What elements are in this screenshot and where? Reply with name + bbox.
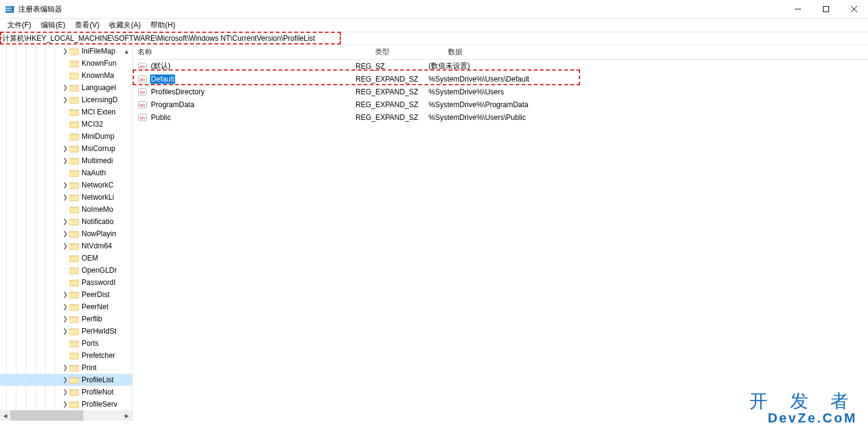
chevron-right-icon[interactable]: ❯ bbox=[61, 389, 69, 395]
chevron-right-icon[interactable]: ❯ bbox=[61, 219, 69, 225]
tree-item-label: Print bbox=[82, 363, 97, 372]
svg-rect-3 bbox=[12, 6, 14, 13]
tree-item[interactable]: ❯LanguageI bbox=[0, 82, 132, 94]
menu-item[interactable]: 收藏夹(A) bbox=[104, 19, 145, 32]
chevron-right-icon[interactable]: ❯ bbox=[61, 304, 69, 310]
maximize-button[interactable] bbox=[812, 0, 840, 18]
list-row[interactable]: abDefaultREG_EXPAND_SZ%SystemDrive%\User… bbox=[133, 72, 868, 85]
list-row[interactable]: abPublicREG_EXPAND_SZ%SystemDrive%\Users… bbox=[133, 111, 868, 124]
chevron-right-icon[interactable]: ❯ bbox=[61, 328, 69, 334]
chevron-right-icon[interactable]: ❯ bbox=[61, 48, 69, 54]
tree-item[interactable]: MCI32 bbox=[0, 118, 132, 130]
tree-item[interactable]: ❯NetworkC bbox=[0, 179, 132, 191]
tree-item[interactable]: KnownMa bbox=[0, 69, 132, 82]
list-header[interactable]: 名称 类型 数据 bbox=[133, 45, 868, 60]
menu-item[interactable]: 帮助(H) bbox=[145, 19, 180, 32]
folder-icon bbox=[69, 71, 79, 80]
chevron-right-icon[interactable]: ❯ bbox=[61, 365, 69, 371]
chevron-right-icon[interactable]: ❯ bbox=[61, 231, 69, 237]
menu-item[interactable]: 文件(F) bbox=[2, 19, 36, 32]
value-name: Default bbox=[150, 74, 175, 84]
chevron-right-icon[interactable]: ❯ bbox=[61, 182, 69, 188]
scroll-right-icon[interactable]: ▶ bbox=[122, 410, 132, 421]
tree-item[interactable]: ❯NowPlayin bbox=[0, 228, 132, 240]
list-row[interactable]: abProfilesDirectoryREG_EXPAND_SZ%SystemD… bbox=[133, 85, 868, 98]
minimize-button[interactable] bbox=[784, 0, 812, 18]
tree-item-label: ProfileNot bbox=[82, 388, 114, 396]
svg-text:ab: ab bbox=[140, 77, 145, 82]
main-split: ❯IniFileMap▲KnownFunKnownMa❯LanguageI❯Li… bbox=[0, 45, 868, 421]
tree-item[interactable]: OEM bbox=[0, 252, 132, 264]
tree-item[interactable]: MCI Exten bbox=[0, 106, 132, 118]
tree-item[interactable]: KnownFun bbox=[0, 57, 132, 69]
tree-item[interactable]: ❯NetworkLi bbox=[0, 191, 132, 203]
value-data: %SystemDrive%\ProgramData bbox=[429, 100, 868, 109]
folder-icon bbox=[69, 168, 79, 178]
tree-item[interactable]: Ports bbox=[0, 337, 132, 349]
value-data: %SystemDrive%\Users bbox=[429, 88, 868, 96]
tree-item[interactable]: OpenGLDr bbox=[0, 264, 132, 276]
column-header-type[interactable]: 类型 bbox=[370, 47, 443, 57]
chevron-right-icon[interactable]: ❯ bbox=[61, 316, 69, 322]
column-header-data[interactable]: 数据 bbox=[443, 47, 868, 57]
string-value-icon: ab bbox=[138, 61, 147, 71]
window-title: 注册表编辑器 bbox=[18, 4, 62, 15]
chevron-up-icon[interactable]: ▲ bbox=[124, 48, 131, 55]
folder-icon bbox=[69, 399, 79, 409]
scroll-left-icon[interactable]: ◀ bbox=[0, 410, 10, 421]
column-header-name[interactable]: 名称 bbox=[133, 47, 370, 57]
tree-item-label: LanguageI bbox=[82, 83, 116, 92]
tree-item[interactable]: ❯PerHwIdSt bbox=[0, 325, 132, 337]
tree-item[interactable]: ❯NtVdm64 bbox=[0, 240, 132, 252]
tree-item[interactable]: ❯MsiCorrup bbox=[0, 142, 132, 155]
list-body[interactable]: ab(默认)REG_SZ(数值未设置)abDefaultREG_EXPAND_S… bbox=[133, 60, 868, 421]
value-data: (数值未设置) bbox=[429, 61, 868, 71]
addressbar[interactable]: 计算机\HKEY_LOCAL_MACHINE\SOFTWARE\Microsof… bbox=[0, 33, 315, 44]
chevron-right-icon[interactable]: ❯ bbox=[61, 292, 69, 298]
tree-item[interactable]: ❯ProfileList bbox=[0, 374, 132, 386]
tree-item-label: NoImeMo bbox=[82, 205, 113, 214]
chevron-right-icon[interactable]: ❯ bbox=[61, 401, 69, 407]
chevron-right-icon[interactable]: ❯ bbox=[61, 97, 69, 103]
tree-item[interactable]: Prefetcher bbox=[0, 349, 132, 362]
tree-item-label: Prefetcher bbox=[82, 351, 115, 360]
menu-item[interactable]: 查看(V) bbox=[70, 19, 104, 32]
chevron-right-icon[interactable]: ❯ bbox=[61, 377, 69, 383]
tree-item[interactable]: MiniDump bbox=[0, 130, 132, 142]
tree-item[interactable]: NoImeMo bbox=[0, 203, 132, 216]
tree-item[interactable]: ❯LicensingD bbox=[0, 94, 132, 106]
folder-icon bbox=[69, 363, 79, 373]
list-row[interactable]: ab(默认)REG_SZ(数值未设置) bbox=[133, 60, 868, 72]
chevron-right-icon[interactable]: ❯ bbox=[61, 145, 69, 152]
tree-item[interactable]: ❯Perflib bbox=[0, 313, 132, 325]
string-value-icon: ab bbox=[138, 87, 147, 97]
chevron-right-icon[interactable]: ❯ bbox=[61, 194, 69, 200]
folder-icon bbox=[69, 156, 79, 166]
tree-item-label: IniFileMap bbox=[82, 47, 115, 55]
tree-item[interactable]: ❯Print bbox=[0, 362, 132, 374]
tree-item[interactable]: ❯ProfileNot bbox=[0, 386, 132, 398]
chevron-right-icon[interactable]: ❯ bbox=[61, 158, 69, 164]
chevron-right-icon[interactable]: ❯ bbox=[61, 243, 69, 249]
value-type: REG_EXPAND_SZ bbox=[355, 100, 429, 109]
tree-item[interactable]: ❯PeerNet bbox=[0, 301, 132, 313]
tree-item[interactable]: PasswordI bbox=[0, 276, 132, 289]
tree-item[interactable]: ❯PeerDist bbox=[0, 289, 132, 301]
tree-item[interactable]: ❯IniFileMap▲ bbox=[0, 45, 132, 57]
tree-item-label: KnownMa bbox=[82, 71, 114, 80]
tree-item[interactable]: NaAuth bbox=[0, 167, 132, 179]
folder-icon bbox=[69, 217, 79, 226]
folder-icon bbox=[69, 265, 79, 275]
value-type: REG_EXPAND_SZ bbox=[355, 88, 429, 96]
list-row[interactable]: abProgramDataREG_EXPAND_SZ%SystemDrive%\… bbox=[133, 98, 868, 111]
chevron-right-icon[interactable]: ❯ bbox=[61, 85, 69, 91]
tree-horizontal-scrollbar[interactable]: ◀ ▶ bbox=[0, 410, 132, 421]
value-name: ProgramData bbox=[150, 100, 195, 110]
tree-pane[interactable]: ❯IniFileMap▲KnownFunKnownMa❯LanguageI❯Li… bbox=[0, 45, 133, 421]
folder-icon bbox=[69, 290, 79, 300]
tree-item[interactable]: ❯Notificatio bbox=[0, 216, 132, 228]
tree-item[interactable]: ❯ProfileServ bbox=[0, 398, 132, 410]
tree-item[interactable]: ❯Multimedi bbox=[0, 155, 132, 167]
menu-item[interactable]: 编辑(E) bbox=[36, 19, 70, 32]
close-button[interactable] bbox=[840, 0, 868, 18]
